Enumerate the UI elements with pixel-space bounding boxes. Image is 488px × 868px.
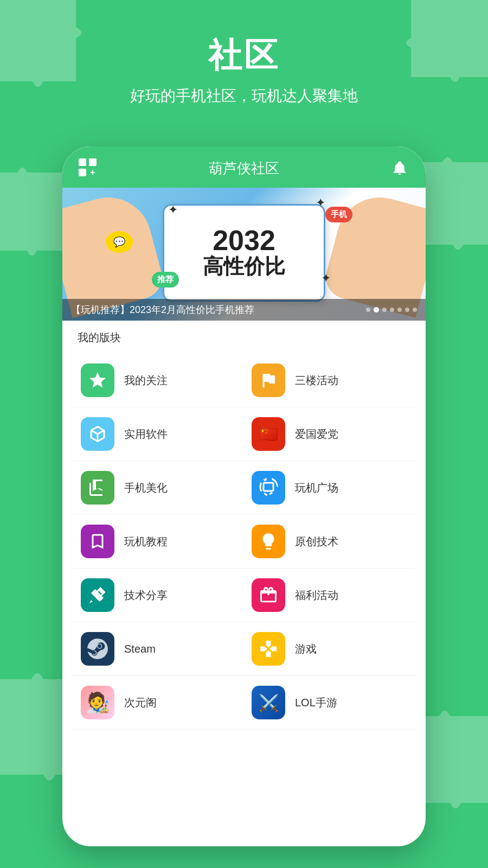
bookmark-svg: [88, 532, 107, 551]
play-tutorial-icon: [81, 525, 114, 558]
phone-beauty-label: 手机美化: [124, 481, 168, 495]
star-svg: [88, 371, 107, 390]
sparkle-icon2: ✦: [316, 196, 325, 210]
dot-1: [366, 308, 370, 312]
tech-share-label: 技术分享: [124, 588, 168, 603]
app-header: 葫芦侠社区: [62, 146, 426, 188]
welfare-icon: [252, 578, 285, 612]
list-item[interactable]: 玩机广场: [244, 461, 415, 515]
dot-7: [413, 308, 417, 312]
wrench-svg: [88, 585, 107, 605]
dot-5: [397, 308, 402, 312]
dot-2: [374, 307, 379, 312]
page-subtitle: 好玩的手机社区，玩机达人聚集地: [0, 86, 488, 106]
steam-label: Steam: [124, 643, 156, 655]
list-item[interactable]: ⚔️ LOL手游: [244, 676, 415, 730]
list-item[interactable]: 🇨🇳 爱国爱党: [244, 407, 415, 461]
phone-badge: 手机: [325, 207, 352, 222]
play-square-icon: [252, 471, 285, 505]
steam-logo-bg: [81, 632, 114, 666]
lol-emoji: ⚔️: [259, 693, 279, 712]
patriot-label: 爱国爱党: [295, 427, 338, 442]
lol-icon: ⚔️: [252, 686, 285, 719]
china-flag: 🇨🇳: [252, 417, 285, 451]
content-area: 我的版块 我的关注 三楼活动: [62, 321, 426, 846]
play-tutorial-label: 玩机教程: [124, 534, 168, 549]
section-header: 我的版块: [62, 321, 426, 349]
play-square-label: 玩机广场: [295, 481, 338, 495]
book-svg: [88, 478, 107, 497]
useful-apps-icon: [81, 417, 114, 451]
banner-text: 高性价比: [203, 254, 285, 279]
list-item[interactable]: 原创技术: [244, 515, 415, 569]
phone-beauty-icon: [81, 471, 114, 505]
third-floor-icon: [252, 363, 285, 397]
bulb-svg: [259, 532, 278, 551]
list-item[interactable]: Steam: [73, 622, 244, 676]
dot-3: [382, 308, 387, 312]
list-item[interactable]: 游戏: [244, 622, 415, 676]
recommend-badge: 推荐: [152, 272, 179, 288]
dot-4: [390, 308, 394, 312]
page-title-area: 社区 好玩的手机社区，玩机达人聚集地: [0, 33, 488, 106]
menu-grid: 我的关注 三楼活动 实用软件: [62, 349, 426, 734]
chat-bubble-icon: 💬: [106, 231, 133, 253]
banner-hand-left: [62, 188, 167, 318]
header-title: 葫芦侠社区: [209, 159, 279, 178]
box-svg: [88, 424, 107, 444]
games-label: 游戏: [295, 642, 317, 656]
banner-year: 2032: [213, 226, 275, 254]
banner-area: 2032 高性价比 ✦ ✦ ✦ 💬 推荐 手机 【玩机推荐】2023年2月高性价…: [62, 188, 426, 321]
list-item[interactable]: 三楼活动: [244, 354, 415, 407]
patriot-icon: 🇨🇳: [252, 417, 285, 451]
banner-image[interactable]: 2032 高性价比 ✦ ✦ ✦ 💬 推荐 手机 【玩机推荐】2023年2月高性价…: [62, 188, 426, 321]
list-item[interactable]: 🧑‍🎨 次元阁: [73, 676, 244, 730]
games-icon: [252, 632, 285, 666]
anime-label: 次元阁: [124, 695, 157, 710]
banner-phone-card: 2032 高性价比: [163, 204, 325, 302]
bell-icon[interactable]: [390, 158, 409, 178]
anime-icon: 🧑‍🎨: [81, 686, 114, 719]
original-tech-icon: [252, 525, 285, 558]
list-item[interactable]: 我的关注: [73, 354, 244, 407]
sparkle-icon: ✦: [168, 203, 178, 217]
tech-share-icon: [81, 578, 114, 612]
lol-label: LOL手游: [295, 695, 337, 710]
grid-plus-icon[interactable]: [79, 158, 98, 178]
steam-icon: [81, 632, 114, 666]
banner-dots: [366, 307, 417, 312]
list-item[interactable]: 福利活动: [244, 569, 415, 622]
steam-svg: [87, 639, 108, 659]
list-item[interactable]: 实用软件: [73, 407, 244, 461]
banner-caption: 【玩机推荐】2023年2月高性价比手机推荐: [62, 299, 426, 321]
dot-6: [405, 308, 409, 312]
bell-svg: [391, 160, 408, 176]
list-item[interactable]: 技术分享: [73, 569, 244, 622]
original-tech-label: 原创技术: [295, 534, 338, 549]
list-item[interactable]: 手机美化: [73, 461, 244, 515]
gift-bag-svg: [259, 585, 278, 605]
flag-svg: [259, 371, 278, 390]
useful-apps-label: 实用软件: [124, 427, 168, 442]
welfare-label: 福利活动: [295, 588, 338, 603]
list-item[interactable]: 玩机教程: [73, 515, 244, 569]
page-title: 社区: [0, 33, 488, 78]
phone-rotate-svg: [259, 478, 278, 497]
anime-emoji: 🧑‍🎨: [86, 691, 110, 714]
sparkle-icon3: ✦: [321, 271, 331, 285]
my-follow-icon: [81, 363, 114, 397]
third-floor-label: 三楼活动: [295, 373, 338, 388]
phone-mockup: 葫芦侠社区 2032 高性价比 ✦ ✦ ✦: [62, 146, 426, 846]
banner-caption-text: 【玩机推荐】2023年2月高性价比手机推荐: [71, 303, 254, 316]
game-svg: [259, 639, 278, 659]
my-follow-label: 我的关注: [124, 373, 168, 388]
